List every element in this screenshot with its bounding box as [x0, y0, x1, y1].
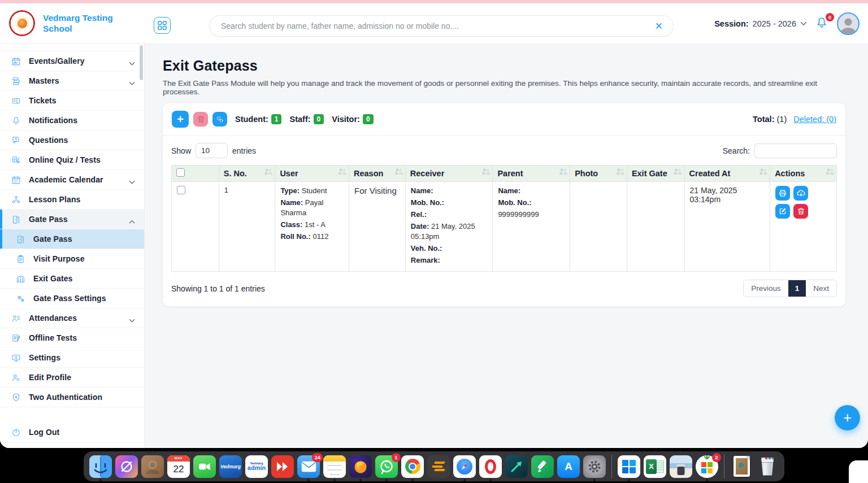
gatepass-settings-button[interactable]	[212, 112, 227, 127]
sidebar-item-events-gallery[interactable]: Events/Gallery	[0, 51, 144, 71]
edit-button[interactable]	[775, 204, 790, 219]
floating-add-button[interactable]: +	[835, 405, 860, 430]
sidebar-item-attendances[interactable]: Attendances	[0, 308, 144, 328]
firefox-icon[interactable]	[349, 455, 372, 478]
sidebar-item-notifications[interactable]: Notifications	[0, 111, 144, 130]
gradient-loop-app-icon[interactable]	[115, 455, 138, 478]
page-1-button[interactable]: 1	[788, 280, 806, 297]
sidebar-item-settings[interactable]: Settings	[0, 348, 144, 368]
sidebar-item-questions[interactable]: Questions	[0, 130, 144, 150]
sidebar-item-two-authentication[interactable]: Two Authentication	[0, 388, 144, 407]
notes-icon[interactable]	[323, 455, 346, 478]
sidebar-item-masters[interactable]: Masters	[0, 71, 144, 91]
sidebar-item-edit-profile[interactable]: Edit Profile	[0, 368, 144, 388]
chevron-down-icon	[800, 21, 807, 26]
opera-icon[interactable]	[479, 455, 502, 478]
total-count: Total: (1)	[753, 115, 787, 124]
sidebar-item-offline-tests[interactable]: Offline Tests	[0, 328, 144, 348]
sidebar-scrollbar[interactable]	[140, 45, 143, 80]
sort-icon: â–² â–¼	[265, 168, 272, 175]
receiver-name-label: Name:	[411, 186, 433, 195]
photo-jar-app-icon[interactable]	[670, 455, 692, 478]
apps-grid-icon[interactable]	[154, 17, 171, 34]
question-chat-icon	[11, 135, 21, 145]
entries-count-input[interactable]	[196, 143, 228, 158]
bulk-delete-button[interactable]	[193, 112, 208, 127]
deleted-link[interactable]: Deleted: (0)	[793, 115, 836, 124]
parent-mob-value: 9999999999	[498, 210, 539, 219]
select-all-checkbox[interactable]	[176, 168, 185, 177]
sidebar: Events/GalleryMastersTicketsNotification…	[0, 44, 145, 448]
calendar-app-icon[interactable]: MAY22	[167, 455, 190, 478]
sidebar-item-label: Visit Purpose	[33, 254, 85, 263]
excel-icon[interactable]: X	[644, 455, 666, 478]
sidebar-item-gate-pass[interactable]: Gate Pass	[0, 229, 144, 249]
topbar: Vedmarg Testing School ✕ Session: 2025 -…	[0, 3, 868, 44]
print-button[interactable]	[775, 186, 790, 201]
sidebar-item-exit-gates[interactable]: Exit Gates	[0, 269, 144, 289]
sidebar-item-academic-calendar[interactable]: Academic Calendar	[0, 170, 144, 190]
download-button[interactable]	[793, 186, 808, 201]
total-label: Total:	[753, 115, 774, 124]
col-header-exit-gate[interactable]: Exit Gateâ–² â–¼	[627, 166, 684, 182]
sidebar-item-label: Two Authentication	[29, 393, 102, 402]
col-header-select[interactable]	[172, 166, 219, 182]
wondershare-icon[interactable]	[505, 455, 528, 478]
user-cell: Type: Student Name: Payal Sharma Class: …	[275, 182, 349, 272]
running-indicator	[333, 479, 336, 481]
visitor-stat-badge: 0	[363, 114, 374, 124]
vedmarg-admin-label: admin	[248, 465, 266, 471]
col-header-receiver[interactable]: Receiverâ–² â–¼	[405, 166, 493, 182]
red-arrows-app-icon[interactable]	[271, 455, 294, 478]
mail-icon[interactable]: 24	[297, 455, 320, 478]
facetime-icon[interactable]	[193, 455, 216, 478]
app-store-icon[interactable]: A	[557, 455, 580, 478]
finder-icon[interactable]	[89, 455, 112, 478]
visitor-stat: Visitor: 0	[332, 114, 373, 124]
student-stat: Student: 1	[235, 114, 281, 124]
add-gatepass-button[interactable]: +	[172, 111, 189, 128]
col-header-photo[interactable]: Photoâ–² â–¼	[570, 166, 627, 182]
trash-icon[interactable]	[756, 455, 779, 478]
created-at-value: 21 May, 2025 03:14pm	[690, 186, 737, 204]
system-settings-icon[interactable]	[583, 455, 606, 478]
windows-app-icon[interactable]	[618, 455, 640, 478]
col-header-label: User	[280, 169, 298, 178]
document-file-icon[interactable]	[730, 455, 753, 478]
delete-button[interactable]	[793, 204, 808, 219]
sidebar-item-gate-pass-settings[interactable]: Gate Pass Settings	[0, 289, 144, 308]
safari-icon[interactable]	[453, 455, 476, 478]
previous-page-button[interactable]: Previous	[744, 280, 788, 297]
col-header-s-no[interactable]: S. No.â–² â–¼	[219, 166, 275, 182]
sidebar-item-gate-pass[interactable]: Gate Pass	[0, 210, 144, 229]
sidebar-item-visit-purpose[interactable]: Visit Purpose	[0, 249, 144, 269]
clear-search-icon[interactable]: ✕	[653, 20, 665, 32]
vedmarg-admin-icon[interactable]: Vedmargadmin	[245, 455, 268, 478]
col-header-user[interactable]: Userâ–² â–¼	[275, 166, 349, 182]
search-input[interactable]	[221, 21, 653, 31]
chrome-icon[interactable]	[401, 455, 424, 478]
col-header-reason[interactable]: Reasonâ–² â–¼	[349, 166, 406, 182]
sidebar-item-label: Events/Gallery	[29, 56, 85, 66]
microsoft-365-icon[interactable]: 2	[696, 455, 718, 478]
green-pencil-app-icon[interactable]	[531, 455, 554, 478]
col-header-actions[interactable]: Actionsâ–² â–¼	[770, 166, 837, 182]
col-header-label: Reason	[354, 169, 383, 178]
sidebar-item-log-out[interactable]: Log Out	[0, 423, 144, 442]
notifications-bell-icon[interactable]: 0	[815, 16, 831, 32]
sublime-text-icon[interactable]	[427, 455, 450, 478]
sidebar-item-lesson-plans[interactable]: Lesson Plans	[0, 190, 144, 210]
avatar[interactable]	[837, 12, 860, 35]
sidebar-item-tickets[interactable]: Tickets	[0, 91, 144, 111]
sidebar-item-online-quiz-tests[interactable]: Online Quiz / Tests	[0, 150, 144, 170]
session-selector[interactable]: Session: 2025 - 2026	[714, 3, 807, 44]
vedmarg-icon[interactable]: Vedmarg	[219, 455, 242, 478]
table-search-input[interactable]	[754, 143, 837, 158]
brown-app-icon[interactable]	[141, 455, 164, 478]
whatsapp-icon[interactable]: 1	[375, 455, 398, 478]
table-footer: Showing 1 to 1 of 1 entries Previous 1 N…	[163, 272, 845, 306]
col-header-created-at[interactable]: Created Atâ–² â–¼	[684, 166, 770, 182]
next-page-button[interactable]: Next	[806, 280, 836, 297]
row-checkbox[interactable]	[177, 186, 185, 194]
col-header-parent[interactable]: Parentâ–² â–¼	[493, 166, 570, 182]
